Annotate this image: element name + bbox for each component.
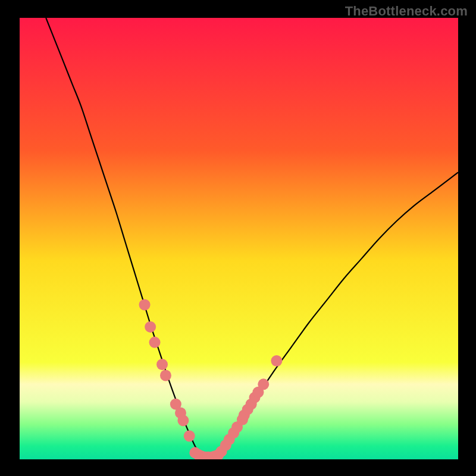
data-point	[160, 370, 171, 381]
data-point	[258, 378, 269, 390]
data-point	[149, 337, 161, 348]
watermark-label: TheBottleneck.com	[345, 4, 468, 19]
data-point	[145, 321, 156, 333]
plot-background	[20, 18, 458, 459]
data-point	[184, 430, 195, 441]
data-point	[156, 359, 168, 370]
chart-frame: TheBottleneck.com	[0, 0, 476, 476]
data-point	[139, 299, 151, 311]
plot-svg	[0, 0, 476, 476]
data-point	[271, 355, 282, 367]
data-point	[177, 415, 189, 426]
